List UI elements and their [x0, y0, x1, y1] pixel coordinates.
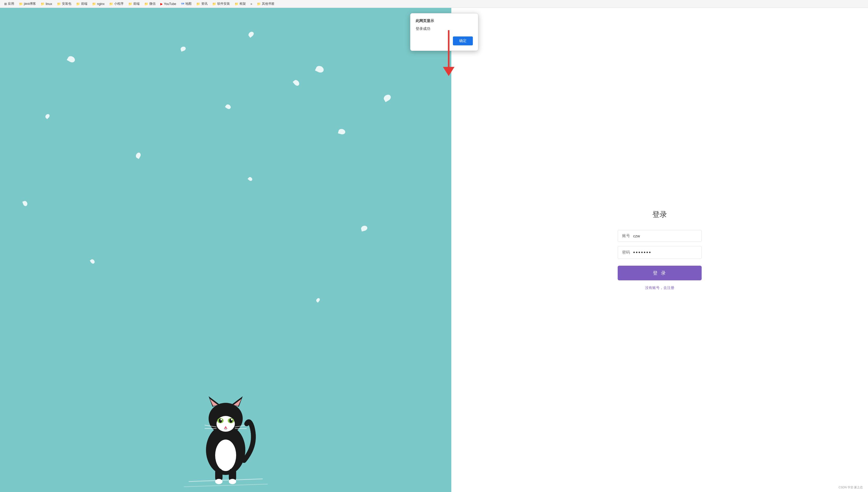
- password-field: 密码 •••••••: [618, 246, 702, 259]
- bookmark-java-label: java博客: [24, 2, 36, 6]
- bookmarks-bar: ⊞ 应用 📁 java博客 📁 linux 📁 安装包 📁 前端 📁 nginx…: [0, 0, 868, 8]
- bookmark-nginx-label: nginx: [97, 2, 105, 6]
- svg-line-0: [189, 479, 262, 482]
- bookmark-news[interactable]: 📁 资讯: [194, 1, 210, 6]
- folder-icon: 📁: [76, 2, 80, 6]
- password-value: •••••••: [633, 249, 652, 255]
- wechat-icon: 📁: [144, 2, 148, 6]
- login-form-container: 登录 账号 czw 密码 ••••••• 登 录 没有账号，去注册: [618, 210, 702, 290]
- svg-point-15: [231, 419, 233, 420]
- bookmark-frontend1[interactable]: 📁 前端: [74, 1, 90, 6]
- svg-point-14: [220, 419, 222, 420]
- bookmark-frontend2[interactable]: 📁 前端: [126, 1, 142, 6]
- bookmark-software-label: 软件安装: [217, 2, 230, 6]
- svg-point-23: [215, 479, 222, 484]
- right-login-panel: 登录 账号 czw 密码 ••••••• 登 录 没有账号，去注册 CSDN 学…: [451, 8, 868, 492]
- svg-point-3: [215, 440, 236, 471]
- svg-point-24: [229, 479, 236, 484]
- petal: [135, 152, 142, 159]
- dialog-confirm-button[interactable]: 确定: [453, 36, 473, 45]
- petal: [383, 94, 392, 102]
- petal: [22, 200, 28, 207]
- folder-icon: 📁: [212, 2, 216, 6]
- folder-icon: 📁: [57, 2, 61, 6]
- bookmark-wechat-label: 微信: [149, 2, 155, 6]
- bookmark-more[interactable]: »: [248, 2, 255, 6]
- petal: [293, 79, 300, 87]
- folder-icon: 📁: [196, 2, 200, 6]
- page-content: 登录 账号 czw 密码 ••••••• 登 录 没有账号，去注册 CSDN 学…: [0, 8, 868, 492]
- youtube-icon: ▶: [160, 2, 163, 6]
- petal: [225, 104, 232, 110]
- login-button[interactable]: 登 录: [618, 266, 702, 280]
- bookmark-apps-label: 应用: [8, 2, 14, 6]
- dialog-title: 此网页显示: [416, 19, 473, 23]
- folder-icon: 📁: [41, 2, 45, 6]
- petal: [45, 113, 51, 119]
- username-label: 账号: [622, 233, 630, 238]
- footer-text: CSDN 学堂·夏之恋: [839, 486, 863, 489]
- password-label: 密码: [622, 250, 630, 255]
- bookmark-software[interactable]: 📁 软件安装: [210, 1, 232, 6]
- petal: [361, 225, 368, 231]
- more-label: »: [250, 2, 252, 6]
- bookmark-apps[interactable]: ⊞ 应用: [2, 1, 16, 6]
- bookmark-framework[interactable]: 📁 框架: [233, 1, 248, 6]
- folder-icon: 📁: [128, 2, 132, 6]
- folder-icon: 📁: [235, 2, 239, 6]
- petal: [180, 46, 186, 52]
- dialog-message: 登录成功: [416, 26, 473, 31]
- username-field: 账号 czw: [618, 230, 702, 242]
- bookmark-youtube[interactable]: ▶ YouTube: [158, 2, 178, 6]
- bookmark-miniapp-label: 小程序: [114, 2, 124, 6]
- folder-icon: 📁: [109, 2, 113, 6]
- folder-icon: 📁: [257, 2, 261, 6]
- bookmark-install[interactable]: 📁 安装包: [55, 1, 73, 6]
- login-title: 登录: [618, 210, 702, 220]
- petal: [90, 259, 96, 265]
- map-icon: 🗺: [181, 2, 184, 6]
- apps-icon: ⊞: [4, 2, 7, 6]
- bookmark-map-label: 地图: [185, 2, 192, 6]
- petal: [338, 128, 346, 135]
- bookmark-linux-label: linux: [46, 2, 52, 6]
- cat-illustration: [184, 361, 268, 492]
- bookmark-news-label: 资讯: [201, 2, 208, 6]
- bookmark-map[interactable]: 🗺 地图: [179, 1, 194, 6]
- bookmark-install-label: 安装包: [62, 2, 71, 6]
- bookmark-java[interactable]: 📁 java博客: [17, 1, 38, 6]
- bookmark-others[interactable]: 📁 其他书签: [255, 1, 276, 6]
- bookmark-wechat[interactable]: 📁 微信: [142, 1, 158, 6]
- folder-icon: 📁: [92, 2, 96, 6]
- left-illustration-panel: [0, 8, 451, 492]
- dialog-box: 此网页显示 登录成功 确定: [410, 13, 478, 51]
- bookmark-frontend1-label: 前端: [81, 2, 88, 6]
- bookmark-framework-label: 框架: [240, 2, 246, 6]
- petal: [315, 65, 324, 73]
- folder-icon: 📁: [19, 2, 23, 6]
- petal: [248, 176, 253, 181]
- bookmark-linux[interactable]: 📁 linux: [39, 2, 54, 6]
- petal: [67, 55, 76, 64]
- bookmark-youtube-label: YouTube: [164, 2, 176, 6]
- bookmark-frontend2-label: 前端: [133, 2, 140, 6]
- bookmark-nginx[interactable]: 📁 nginx: [90, 2, 107, 6]
- register-link[interactable]: 没有账号，去注册: [618, 286, 702, 290]
- svg-line-1: [184, 484, 268, 487]
- bookmark-others-label: 其他书签: [262, 2, 274, 6]
- petal: [315, 297, 320, 303]
- username-value: czw: [633, 234, 640, 238]
- petal: [247, 31, 255, 38]
- bookmark-miniapp[interactable]: 📁 小程序: [107, 1, 126, 6]
